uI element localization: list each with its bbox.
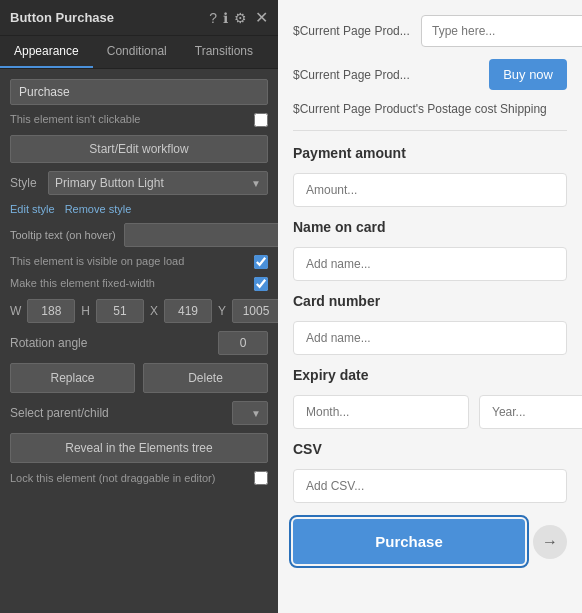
- fixed-width-label: Make this element fixed-width: [10, 277, 155, 289]
- chevron-down-icon: ▼: [245, 178, 267, 189]
- width-input[interactable]: [27, 299, 75, 323]
- purchase-area: Purchase →: [293, 519, 567, 564]
- parent-chevron-icon: ▼: [245, 408, 267, 419]
- replace-delete-row: Replace Delete: [10, 363, 268, 393]
- expiry-title: Expiry date: [293, 367, 567, 383]
- arrow-icon: →: [542, 533, 558, 551]
- month-field[interactable]: [293, 395, 469, 429]
- card-title: Card number: [293, 293, 567, 309]
- card-field[interactable]: [293, 321, 567, 355]
- field2-prefix: $Current Page Prod...: [293, 68, 413, 82]
- edit-style-link[interactable]: Edit style: [10, 203, 55, 215]
- parent-select-wrapper: ▼: [232, 401, 268, 425]
- csv-title: CSV: [293, 441, 567, 457]
- style-links: Edit style Remove style: [10, 203, 268, 215]
- element-name-input[interactable]: [10, 79, 268, 105]
- close-icon[interactable]: ✕: [255, 8, 268, 27]
- delete-button[interactable]: Delete: [143, 363, 268, 393]
- tooltip-input[interactable]: [124, 223, 278, 247]
- year-field[interactable]: [479, 395, 582, 429]
- tooltip-row: Tooltip text (on hover): [10, 223, 268, 247]
- help-icon[interactable]: ?: [209, 10, 217, 26]
- style-row: Style Primary Button Light ▼: [10, 171, 268, 195]
- style-select[interactable]: Primary Button Light: [49, 172, 245, 194]
- parent-select[interactable]: [233, 402, 245, 424]
- y-input[interactable]: [232, 299, 278, 323]
- rotation-row: Rotation angle: [10, 331, 268, 355]
- lock-label: Lock this element (not draggable in edit…: [10, 472, 215, 484]
- buy-now-button[interactable]: Buy now: [489, 59, 567, 90]
- parent-child-row: Select parent/child ▼: [10, 401, 268, 425]
- not-clickable-row: This element isn't clickable: [10, 113, 268, 127]
- left-panel: Button Purchase ? ℹ ⚙ ✕ Appearance Condi…: [0, 0, 278, 613]
- rotation-label: Rotation angle: [10, 336, 210, 350]
- dimensions-row: W H X Y: [10, 299, 268, 323]
- parent-child-label: Select parent/child: [10, 406, 226, 420]
- payment-title: Payment amount: [293, 145, 567, 161]
- expiry-row: [293, 395, 567, 429]
- tab-appearance[interactable]: Appearance: [0, 36, 93, 68]
- style-select-wrapper: Primary Button Light ▼: [48, 171, 268, 195]
- csv-field[interactable]: [293, 469, 567, 503]
- not-clickable-checkbox[interactable]: [254, 113, 268, 127]
- panel-body: This element isn't clickable Start/Edit …: [0, 69, 278, 613]
- field1-prefix: $Current Page Prod...: [293, 24, 413, 38]
- reveal-button[interactable]: Reveal in the Elements tree: [10, 433, 268, 463]
- rotation-input[interactable]: [218, 331, 268, 355]
- tab-conditional[interactable]: Conditional: [93, 36, 181, 68]
- purchase-button[interactable]: Purchase: [293, 519, 525, 564]
- fixed-width-checkbox[interactable]: [254, 277, 268, 291]
- buy-row: $Current Page Prod... Buy now: [293, 59, 567, 90]
- panel-title: Button Purchase: [10, 10, 203, 25]
- replace-button[interactable]: Replace: [10, 363, 135, 393]
- visible-row: This element is visible on page load: [10, 255, 268, 269]
- info-icon[interactable]: ℹ: [223, 10, 228, 26]
- visible-checkbox[interactable]: [254, 255, 268, 269]
- lock-row: Lock this element (not draggable in edit…: [10, 471, 268, 485]
- x-input[interactable]: [164, 299, 212, 323]
- bid-row: $Current Page Prod... Bid: [293, 15, 567, 47]
- fixed-width-row: Make this element fixed-width: [10, 277, 268, 291]
- tabs-bar: Appearance Conditional Transitions: [0, 36, 278, 69]
- workflow-button[interactable]: Start/Edit workflow: [10, 135, 268, 163]
- name-field[interactable]: [293, 247, 567, 281]
- settings-icon[interactable]: ⚙: [234, 10, 247, 26]
- panel-header: Button Purchase ? ℹ ⚙ ✕: [0, 0, 278, 36]
- not-clickable-label: This element isn't clickable: [10, 113, 141, 125]
- y-label: Y: [218, 304, 226, 318]
- arrow-button[interactable]: →: [533, 525, 567, 559]
- remove-style-link[interactable]: Remove style: [65, 203, 132, 215]
- right-panel: $Current Page Prod... Bid $Current Page …: [278, 0, 582, 613]
- visible-label: This element is visible on page load: [10, 255, 184, 267]
- w-label: W: [10, 304, 21, 318]
- style-label: Style: [10, 176, 40, 190]
- h-label: H: [81, 304, 90, 318]
- height-input[interactable]: [96, 299, 144, 323]
- name-title: Name on card: [293, 219, 567, 235]
- tab-transitions[interactable]: Transitions: [181, 36, 267, 68]
- bid-field[interactable]: [421, 15, 582, 47]
- shipping-text: $Current Page Product's Postage cost Shi…: [293, 102, 567, 116]
- lock-checkbox[interactable]: [254, 471, 268, 485]
- amount-field[interactable]: [293, 173, 567, 207]
- divider-1: [293, 130, 567, 131]
- tooltip-label: Tooltip text (on hover): [10, 229, 116, 241]
- x-label: X: [150, 304, 158, 318]
